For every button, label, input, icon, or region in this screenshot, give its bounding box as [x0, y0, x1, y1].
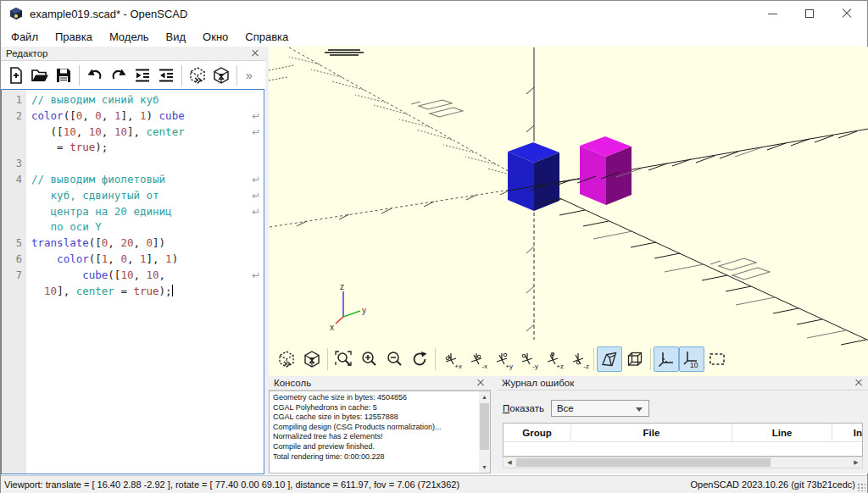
view-all-button[interactable] [704, 346, 730, 372]
perspective-view-button[interactable] [597, 346, 622, 372]
column-line[interactable]: Line [732, 424, 832, 441]
indent-button[interactable] [154, 64, 178, 87]
reset-view-button[interactable] [407, 346, 432, 372]
code-line[interactable]: центра на 20 единиц↵ [31, 204, 264, 220]
code-token: center [76, 285, 114, 297]
scroll-thumb[interactable] [480, 403, 489, 450]
new-file-icon [7, 66, 25, 85]
toolbar-separator [650, 348, 651, 370]
code-editor[interactable]: 1234567 // выводим синий кубcolor([0, 0,… [1, 89, 264, 474]
code-line[interactable]: color([0, 0, 1], 1) cube↵ [31, 108, 264, 125]
menu-file[interactable]: Файл [3, 28, 47, 46]
preview-button-editor[interactable] [186, 64, 209, 87]
scroll-thumb[interactable] [516, 458, 771, 467]
preview-button[interactable] [274, 346, 299, 372]
scroll-right-icon[interactable]: ▶ [850, 459, 862, 466]
code-line[interactable]: cube([10, 10,↵ [31, 268, 264, 284]
view-minus-y-button[interactable]: -y [515, 346, 540, 372]
scale-label-upper-left [411, 100, 463, 117]
code-token: ([ [89, 252, 102, 265]
svg-text:y: y [362, 306, 366, 315]
code-line[interactable]: color([1, 0, 1], 1) [31, 252, 264, 268]
scroll-left-icon[interactable]: ◀ [504, 459, 515, 466]
code-line[interactable] [31, 156, 264, 172]
column-group[interactable]: Group [504, 424, 571, 441]
open-file-button[interactable] [28, 64, 52, 87]
code-token: // выводим синий куб [31, 93, 159, 106]
zoom-out-icon [385, 350, 403, 368]
code-token: 10 [44, 285, 57, 297]
line-number: 2 [2, 108, 22, 125]
scroll-down-icon[interactable]: ▼ [479, 462, 490, 473]
errorlog-hscrollbar[interactable]: ◀ ▶ [503, 457, 863, 468]
code-line[interactable]: по оси Y [31, 219, 264, 235]
new-file-button[interactable] [4, 64, 28, 87]
openscad-window: example019.scad* - OpenSCAD Файл Правка … [0, 0, 868, 493]
close-button[interactable] [828, 1, 865, 26]
code-token: 10 [120, 269, 133, 281]
code-line[interactable]: 10], center = true); [31, 284, 264, 300]
code-token: , [127, 252, 140, 265]
column-file[interactable]: File [571, 424, 732, 441]
line-number: 3 [2, 156, 22, 172]
zoom-all-button[interactable] [331, 346, 356, 372]
console-errorlog-splitter[interactable] [491, 376, 497, 474]
code-line[interactable]: куб, сдвинутый от↵ [31, 188, 264, 204]
code-line[interactable]: // выводим синий куб [31, 92, 264, 108]
show-axes-button[interactable] [654, 346, 679, 372]
line-number [2, 204, 22, 220]
view-plus-z-button[interactable]: +z [540, 346, 565, 372]
zoom-out-button[interactable] [381, 346, 407, 372]
unindent-button[interactable] [131, 64, 154, 87]
menu-design[interactable]: Модель [101, 28, 158, 46]
save-button[interactable] [52, 64, 75, 87]
scroll-up-icon[interactable]: ▲ [479, 391, 490, 402]
errorlog-close-icon[interactable] [854, 378, 864, 388]
svg-text:10: 10 [690, 361, 698, 368]
toolbar-overflow-button[interactable]: » [246, 69, 253, 82]
code-token: , [159, 269, 166, 281]
menu-edit[interactable]: Правка [47, 28, 101, 46]
viewport-status-text: Viewport: translate = [ 16.40 2.88 -2.92… [4, 479, 691, 490]
code-line[interactable]: translate([0, 20, 0]) [31, 235, 264, 252]
show-scale-icon: 10 [682, 350, 701, 368]
menu-view[interactable]: Вид [158, 28, 195, 46]
console-close-icon[interactable] [476, 378, 486, 388]
scale-label-lower-right [710, 258, 770, 280]
console-line: CGAL cache size in bytes: 12557888 [273, 413, 476, 423]
filter-dropdown[interactable]: Все [551, 400, 649, 417]
minimize-button[interactable] [754, 1, 791, 26]
view-plus-x-button[interactable]: +x [438, 346, 464, 372]
code-token: , [82, 109, 95, 122]
column-info[interactable]: In [832, 424, 862, 441]
console-scrollbar[interactable]: ▲ ▼ [479, 391, 490, 473]
redo-button[interactable] [107, 64, 131, 87]
view-minus-z-button[interactable]: -z [565, 346, 591, 372]
code-token: , [108, 252, 120, 265]
code-token: , [133, 236, 146, 249]
console-line: Total rendering time: 0:00:00.228 [273, 452, 476, 463]
code-token: ([ [89, 236, 102, 249]
viewport-3d[interactable]: z y x [269, 47, 868, 376]
render-button[interactable] [299, 346, 325, 372]
orthogonal-view-button[interactable] [622, 346, 648, 372]
view-minus-x-button[interactable]: -x [464, 346, 489, 372]
menu-window[interactable]: Окно [194, 28, 236, 46]
orthogonal-icon [626, 350, 644, 368]
menu-help[interactable]: Справка [236, 28, 297, 46]
view-plus-y-button[interactable]: +y [489, 346, 515, 372]
code-line[interactable]: = true); [31, 140, 264, 156]
zoom-in-button[interactable] [356, 346, 381, 372]
code-line[interactable]: ([10, 10, 10], center↵ [31, 125, 264, 141]
code-token: = [114, 285, 134, 297]
resize-grip[interactable] [857, 483, 865, 491]
code-token: 10 [89, 125, 102, 138]
render-button-editor[interactable] [209, 64, 233, 87]
code-line[interactable]: // выводим фиолетовый↵ [31, 172, 264, 188]
maximize-button[interactable] [791, 1, 828, 26]
render-icon [212, 66, 231, 85]
console-output[interactable]: Geometry cache size in bytes: 4504856 CG… [269, 391, 491, 474]
undo-button[interactable] [83, 64, 107, 87]
show-scale-markers-button[interactable]: 10 [679, 346, 704, 372]
editor-close-icon[interactable] [250, 48, 260, 58]
